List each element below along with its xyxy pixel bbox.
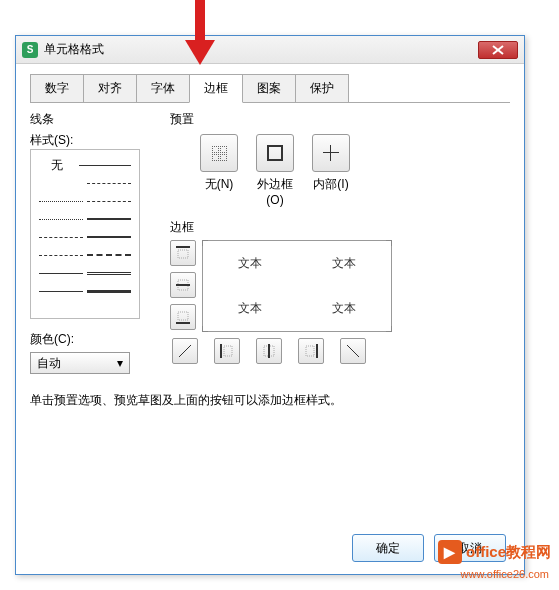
cell-format-dialog: S 单元格格式 数字 对齐 字体 边框 图案 保护 线条 样式(S): 无: [15, 35, 525, 575]
grid-inside-icon: [323, 145, 339, 161]
watermark-brand: office教程网: [466, 543, 551, 562]
border-right-icon: [304, 344, 318, 358]
watermark-url: www.office26.com: [461, 568, 549, 580]
border-diag-down-button[interactable]: [340, 338, 366, 364]
preset-outline-label: 外边框(O): [256, 176, 294, 207]
preset-inside-label: 内部(I): [312, 176, 350, 207]
border-right-button[interactable]: [298, 338, 324, 364]
titlebar: S 单元格格式: [16, 36, 524, 64]
tab-alignment[interactable]: 对齐: [83, 74, 137, 102]
svg-rect-5: [178, 250, 188, 258]
diag-up-icon: [178, 344, 192, 358]
svg-line-10: [179, 345, 191, 357]
preset-group-label: 预置: [170, 111, 510, 128]
ok-button[interactable]: 确定: [352, 534, 424, 562]
border-top-icon: [176, 246, 190, 260]
grid-none-icon: [212, 146, 227, 161]
chevron-down-icon: ▾: [117, 356, 123, 370]
svg-rect-12: [224, 346, 232, 356]
border-top-button[interactable]: [170, 240, 196, 266]
border-middle-h-icon: [176, 278, 190, 292]
tab-protection[interactable]: 保护: [295, 74, 349, 102]
window-title: 单元格格式: [44, 41, 478, 58]
border-middle-v-button[interactable]: [256, 338, 282, 364]
app-icon: S: [22, 42, 38, 58]
preview-cell: 文本: [203, 286, 297, 331]
close-button[interactable]: [478, 41, 518, 59]
svg-marker-1: [185, 40, 215, 65]
tab-pattern[interactable]: 图案: [242, 74, 296, 102]
style-label: 样式(S):: [30, 132, 160, 149]
preset-none-button[interactable]: [200, 134, 238, 172]
border-middle-v-icon: [262, 344, 276, 358]
preview-cell: 文本: [297, 286, 391, 331]
line-style-none[interactable]: 无: [37, 157, 77, 174]
tab-bar: 数字 对齐 字体 边框 图案 保护: [30, 74, 510, 103]
border-middle-h-button[interactable]: [170, 272, 196, 298]
color-label: 颜色(C):: [30, 331, 160, 348]
diag-down-icon: [346, 344, 360, 358]
watermark-icon: ▶: [438, 540, 462, 564]
preview-cell: 文本: [203, 241, 297, 286]
close-icon: [492, 45, 504, 55]
svg-line-17: [347, 345, 359, 357]
tab-border[interactable]: 边框: [189, 74, 243, 103]
pointer-arrow: [180, 0, 220, 70]
border-group-label: 边框: [170, 219, 510, 236]
preset-none-label: 无(N): [200, 176, 238, 207]
border-left-button[interactable]: [214, 338, 240, 364]
border-left-icon: [220, 344, 234, 358]
border-bottom-button[interactable]: [170, 304, 196, 330]
border-bottom-icon: [176, 310, 190, 324]
color-value: 自动: [37, 355, 61, 372]
hint-text: 单击预置选项、预览草图及上面的按钮可以添加边框样式。: [30, 392, 510, 409]
line-style-listbox[interactable]: 无: [30, 149, 140, 319]
tab-number[interactable]: 数字: [30, 74, 84, 102]
preview-cell: 文本: [297, 241, 391, 286]
preset-outline-button[interactable]: [256, 134, 294, 172]
watermark: ▶ office教程网: [438, 540, 551, 564]
tab-font[interactable]: 字体: [136, 74, 190, 102]
color-dropdown[interactable]: 自动 ▾: [30, 352, 130, 374]
border-preview[interactable]: 文本 文本 文本 文本: [202, 240, 392, 332]
grid-outline-icon: [267, 145, 283, 161]
svg-rect-8: [178, 312, 188, 320]
border-diag-up-button[interactable]: [172, 338, 198, 364]
svg-rect-15: [306, 346, 314, 356]
preset-inside-button[interactable]: [312, 134, 350, 172]
line-group-label: 线条: [30, 111, 160, 128]
